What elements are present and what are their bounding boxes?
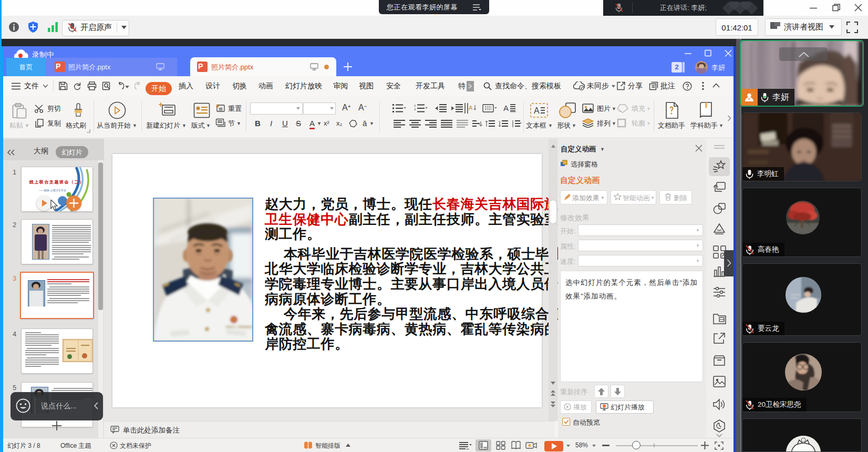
svg-text:线上联合主题班会（二）: 线上联合主题班会（二） bbox=[29, 179, 85, 184]
svg-text:1: 1 bbox=[414, 104, 416, 107]
svg-text:A: A bbox=[503, 104, 509, 112]
svg-text:A: A bbox=[469, 105, 473, 111]
svg-text:2: 2 bbox=[414, 108, 416, 111]
svg-text:A: A bbox=[534, 106, 540, 115]
svg-text:吉林出入境检验检疫: 吉林出入境检验检疫 bbox=[225, 325, 252, 329]
svg-text:——团体·心理卫生专业: ——团体·心理卫生专业 bbox=[39, 189, 66, 192]
